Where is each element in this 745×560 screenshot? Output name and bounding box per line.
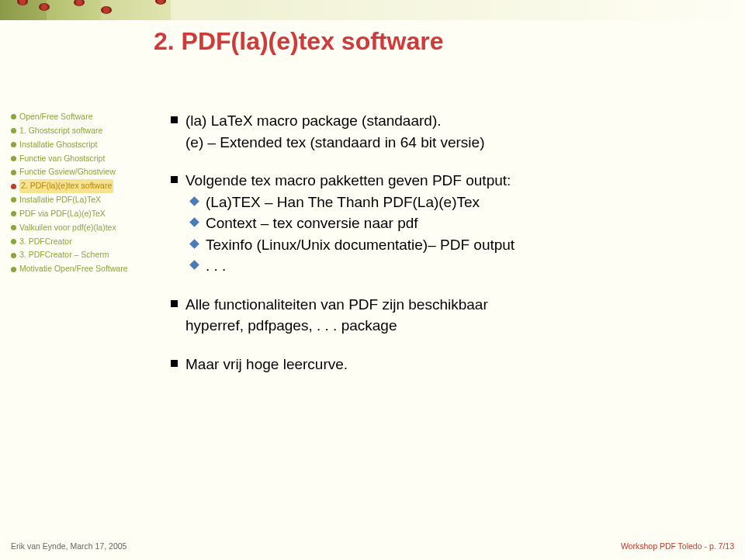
content-text: Volgende tex macro pakketten geven PDF o… (185, 170, 511, 192)
sidebar-item-label: Installatie PDF(La)TeX (19, 193, 101, 207)
square-bullet-icon (171, 116, 178, 123)
bullet-icon (11, 267, 16, 272)
bullet-icon (11, 239, 16, 244)
diamond-bullet-icon (189, 239, 199, 249)
bullet-icon (11, 225, 16, 230)
sidebar-item-label: Functie Gsview/Ghostview (19, 165, 116, 179)
content-line: (la) LaTeX macro package (standaard). (185, 110, 484, 132)
slide-content: (la) LaTeX macro package (standaard). (e… (171, 110, 698, 392)
sidebar-item-label: 3. PDFCreator – Scherm (19, 248, 109, 262)
sidebar-item[interactable]: Installatie PDF(La)TeX (11, 193, 137, 207)
sidebar-item-label: PDF via PDF(La)(e)TeX (19, 207, 106, 221)
diamond-bullet-icon (189, 217, 199, 227)
sidebar-item[interactable]: 3. PDFCreator – Scherm (11, 248, 137, 262)
sidebar-nav: Open/Free Software 1. Ghostscript softwa… (11, 110, 137, 276)
content-text: (la) LaTeX macro package (standaard). (e… (185, 110, 484, 153)
square-bullet-icon (171, 360, 178, 367)
sidebar-item-label: Valkuilen voor pdf(e)(la)tex (19, 221, 116, 235)
content-subline: Context – tex conversie naar pdf (206, 213, 418, 234)
footer-page-info: Workshop PDF Toledo - p. 7/13 (621, 541, 734, 551)
diamond-bullet-icon (189, 260, 199, 270)
header-decoration (0, 0, 745, 20)
sidebar-item[interactable]: Installatie Ghostscript (11, 138, 137, 152)
content-text: Alle functionaliteiten van PDF zijn besc… (185, 294, 488, 337)
bullet-icon (11, 253, 16, 258)
sidebar-item-label: Installatie Ghostscript (19, 138, 97, 152)
sidebar-item-label: 3. PDFCreator (19, 235, 72, 249)
sidebar-item-active[interactable]: 2. PDF(la)(e)tex software (11, 179, 137, 193)
bullet-icon (11, 128, 16, 133)
sidebar-item[interactable]: Open/Free Software (11, 110, 137, 124)
sidebar-item[interactable]: Valkuilen voor pdf(e)(la)tex (11, 221, 137, 235)
slide-title: 2. PDF(la)(e)tex software (154, 27, 443, 56)
content-line: Alle functionaliteiten van PDF zijn besc… (185, 294, 488, 316)
content-text: Maar vrij hoge leercurve. (185, 354, 348, 375)
bullet-icon (11, 114, 16, 119)
bullet-icon (11, 170, 16, 175)
content-line: (e) – Extended tex (standaard in 64 bit … (185, 132, 484, 154)
sidebar-item[interactable]: Functie Gsview/Ghostview (11, 165, 137, 179)
sidebar-item-label: 1. Ghostscript software (19, 124, 102, 138)
content-line: hyperref, pdfpages, . . . package (185, 315, 488, 337)
bullet-icon (11, 211, 16, 216)
sidebar-item-label: 2. PDF(la)(e)tex software (19, 179, 113, 193)
sidebar-item-label: Open/Free Software (19, 110, 93, 124)
sidebar-item[interactable]: 1. Ghostscript software (11, 124, 137, 138)
sidebar-item[interactable]: Functie van Ghostscript (11, 152, 137, 166)
square-bullet-icon (171, 300, 178, 307)
sidebar-item-label: Motivatie Open/Free Software (19, 262, 127, 276)
diamond-bullet-icon (189, 196, 199, 206)
bullet-icon (11, 156, 16, 161)
sidebar-item[interactable]: 3. PDFCreator (11, 235, 137, 249)
content-subline: Texinfo (Linux/Unix documentatie)– PDF o… (206, 234, 515, 256)
bullet-icon (11, 184, 16, 189)
sidebar-item-label: Functie van Ghostscript (19, 152, 105, 166)
footer-author-date: Erik van Eynde, March 17, 2005 (11, 541, 126, 551)
content-subline: . . . (206, 255, 226, 277)
bullet-icon (11, 197, 16, 202)
sidebar-item[interactable]: Motivatie Open/Free Software (11, 262, 137, 276)
sidebar-item[interactable]: PDF via PDF(La)(e)TeX (11, 207, 137, 221)
content-subline: (La)TEX – Han The Thanh PDF(La)(e)Tex (206, 192, 480, 213)
bullet-icon (11, 142, 16, 147)
square-bullet-icon (171, 176, 178, 183)
